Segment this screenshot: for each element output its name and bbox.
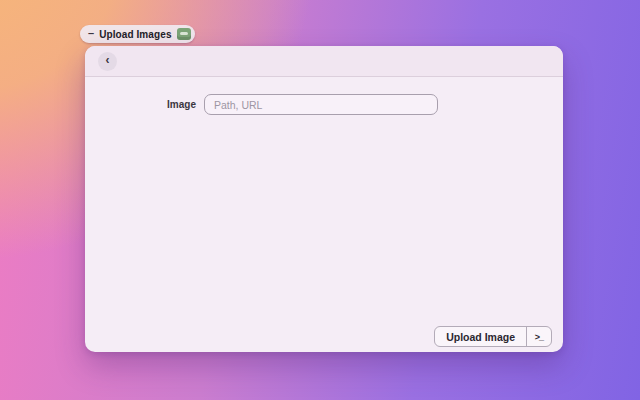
image-field-label: Image xyxy=(85,99,196,110)
panel-footer: Upload Image >_ xyxy=(434,326,552,347)
upload-split-button: Upload Image >_ xyxy=(434,326,552,347)
upload-image-button[interactable]: Upload Image xyxy=(435,327,526,346)
window-chip[interactable]: – Upload Images xyxy=(80,25,195,43)
terminal-button[interactable]: >_ xyxy=(527,327,551,346)
minimize-icon[interactable]: – xyxy=(88,28,94,39)
window-chip-title: Upload Images xyxy=(99,29,171,40)
app-icon xyxy=(177,28,191,40)
chevron-left-icon: ‹ xyxy=(98,51,117,70)
terminal-icon: >_ xyxy=(535,332,543,342)
back-button[interactable]: ‹ xyxy=(98,52,117,71)
image-path-input[interactable] xyxy=(204,94,438,115)
upload-panel: ‹ Image Upload Image >_ xyxy=(85,46,563,352)
panel-header: ‹ xyxy=(85,46,563,77)
